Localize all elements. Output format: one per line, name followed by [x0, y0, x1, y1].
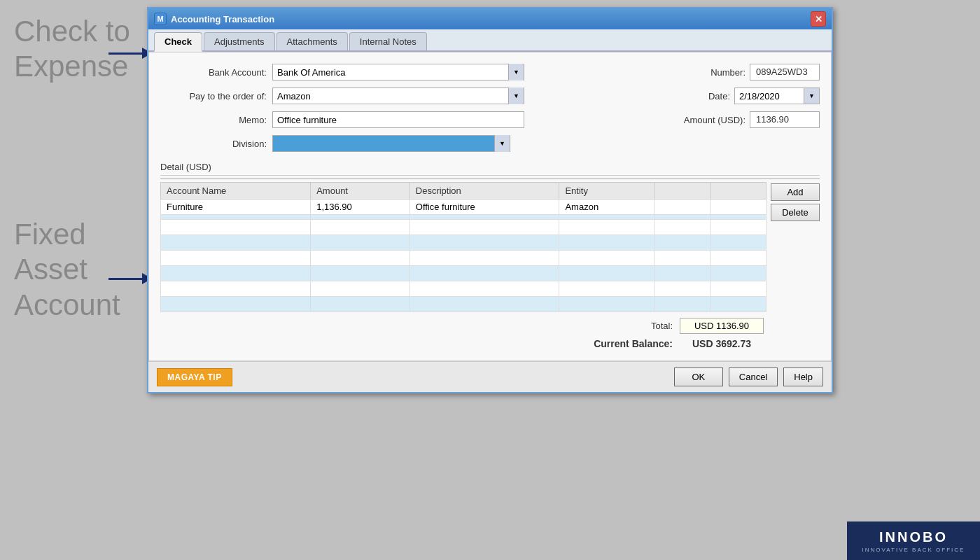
col-extra2: [710, 183, 766, 200]
division-dropdown-arrow[interactable]: ▼: [494, 135, 510, 152]
empty-cell: [710, 215, 766, 220]
table-row-empty-1: [161, 215, 766, 220]
arrow-check: [108, 48, 152, 59]
ok-button[interactable]: OK: [674, 368, 723, 386]
bank-account-row: Bank Account: Bank Of America ▼ Number: …: [160, 64, 820, 80]
bottom-right-buttons: OK Cancel Help: [674, 368, 823, 386]
tab-adjustments[interactable]: Adjustments: [204, 32, 275, 50]
payto-select[interactable]: Amazon ▼: [272, 88, 524, 104]
payto-value: Amazon: [273, 89, 508, 104]
col-entity: Entity: [559, 183, 654, 200]
date-input[interactable]: [734, 88, 804, 104]
bank-account-select[interactable]: Bank Of America ▼: [272, 64, 524, 80]
payto-row: Pay to the order of: Amazon ▼ Date: ▼: [160, 88, 820, 104]
payto-label: Pay to the order of:: [160, 91, 272, 102]
col-amount: Amount: [311, 183, 410, 200]
number-label: Number:: [710, 67, 746, 78]
fixed-asset-label: FixedAssetAccount: [14, 217, 120, 323]
cell-extra2: [710, 200, 766, 215]
bottom-bar: MAGAYA TIP OK Cancel Help: [148, 361, 832, 392]
bank-account-dropdown-arrow[interactable]: ▼: [508, 64, 524, 80]
table-row-empty-2: [161, 220, 766, 235]
col-account-name: Account Name: [161, 183, 311, 200]
col-description: Description: [410, 183, 559, 200]
table-action-buttons: Add Delete: [771, 182, 820, 312]
arrow-furniture: [108, 273, 152, 284]
col-extra1: [654, 183, 710, 200]
table-row-empty-4: [161, 251, 766, 266]
date-dropdown-arrow[interactable]: ▼: [804, 88, 820, 104]
memo-row: Memo: Amount (USD): 1136.90: [160, 111, 820, 128]
detail-header: Detail (USD): [160, 159, 820, 176]
division-select[interactable]: ▼: [272, 135, 510, 152]
dialog-title: Accounting Transaction: [171, 14, 274, 24]
date-wrapper: ▼: [734, 88, 820, 104]
innobo-brand: INNOBO: [879, 529, 948, 545]
cancel-button[interactable]: Cancel: [729, 368, 778, 386]
magaya-tip-button[interactable]: MAGAYA TIP: [157, 368, 232, 386]
bank-account-value: Bank Of America: [273, 65, 508, 80]
detail-table-wrapper: Account Name Amount Description Entity F…: [160, 182, 820, 312]
amount-label: Amount (USD):: [684, 115, 746, 125]
tab-check[interactable]: Check: [154, 32, 202, 52]
add-button[interactable]: Add: [771, 183, 820, 201]
division-label: Division:: [160, 139, 272, 149]
delete-button[interactable]: Delete: [771, 204, 820, 221]
empty-cell: [654, 215, 710, 220]
payto-dropdown-arrow[interactable]: ▼: [508, 88, 524, 104]
cell-amount: 1,136.90: [311, 200, 410, 215]
total-value: USD 1136.90: [680, 318, 764, 334]
number-group: Number: 089A25WD3: [710, 64, 820, 80]
close-button[interactable]: ✕: [811, 11, 826, 27]
division-row: Division: ▼: [160, 135, 820, 152]
empty-cell: [161, 215, 311, 220]
balance-row: Current Balance: USD 3692.73: [160, 338, 820, 349]
date-label: Date:: [708, 91, 730, 102]
total-row: Total: USD 1136.90: [160, 318, 820, 334]
cell-entity: Amazon: [559, 200, 654, 215]
division-value: [273, 136, 494, 151]
balance-label: Current Balance:: [594, 338, 673, 349]
total-label: Total:: [651, 321, 673, 331]
tab-attachments[interactable]: Attachments: [276, 32, 348, 50]
date-group: Date: ▼: [708, 88, 820, 104]
empty-cell: [311, 215, 410, 220]
tab-bar: Check Adjustments Attachments Internal N…: [148, 29, 832, 52]
table-row-empty-5: [161, 266, 766, 281]
dialog-content: Bank Account: Bank Of America ▼ Number: …: [148, 52, 832, 361]
empty-cell: [161, 297, 311, 312]
detail-table: Account Name Amount Description Entity F…: [160, 182, 766, 312]
detail-section: Detail (USD) Account Name Amount Descrip…: [160, 159, 820, 349]
memo-input[interactable]: [272, 111, 524, 128]
accounting-transaction-dialog: M Accounting Transaction ✕ Check Adjustm…: [147, 7, 833, 393]
empty-cell: [161, 281, 311, 297]
amount-group: Amount (USD): 1136.90: [684, 111, 820, 128]
empty-cell: [410, 215, 559, 220]
titlebar: M Accounting Transaction ✕: [148, 8, 832, 29]
innobo-branding: INNOBO INNOVATIVE BACK OFFICE: [847, 522, 980, 560]
memo-label: Memo:: [160, 115, 272, 125]
detail-separator: [160, 178, 820, 179]
empty-cell: [161, 220, 311, 235]
help-button[interactable]: Help: [783, 368, 823, 386]
titlebar-left: M Accounting Transaction: [154, 13, 274, 25]
table-row: Furniture 1,136.90 Office furniture Amaz…: [161, 200, 766, 215]
cell-description: Office furniture: [410, 200, 559, 215]
empty-cell: [559, 215, 654, 220]
table-row-empty-3: [161, 235, 766, 251]
table-row-empty-7: [161, 297, 766, 312]
table-row-empty-6: [161, 281, 766, 297]
cell-extra1: [654, 200, 710, 215]
empty-cell: [161, 251, 311, 266]
empty-cell: [161, 266, 311, 281]
number-value: 089A25WD3: [750, 64, 820, 80]
bank-account-label: Bank Account:: [160, 67, 272, 78]
innobo-subtitle: INNOVATIVE BACK OFFICE: [862, 547, 965, 553]
tab-internal-notes[interactable]: Internal Notes: [349, 32, 427, 50]
amount-value: 1136.90: [750, 111, 820, 128]
empty-cell: [161, 235, 311, 251]
app-icon: M: [154, 13, 167, 25]
cell-account: Furniture: [161, 200, 311, 215]
balance-value: USD 3692.73: [680, 338, 764, 349]
